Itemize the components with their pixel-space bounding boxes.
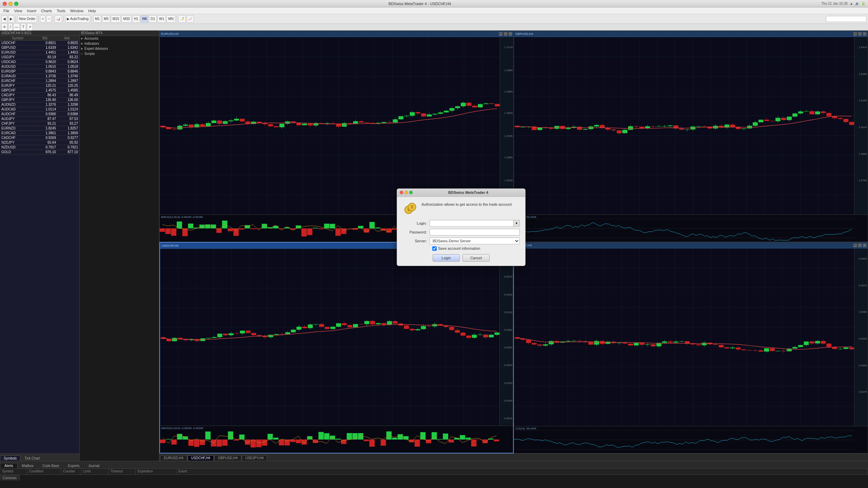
period-m30[interactable]: M30 [121, 15, 131, 23]
symbol-row[interactable]: EURAUD 1.3736 1.3740 [0, 74, 79, 79]
symbol-row[interactable]: NZDJPY 65.84 65.92 [0, 140, 79, 145]
symbol-row[interactable]: EURJPY 120.21 120.25 [0, 83, 79, 88]
chart-minimize-btn[interactable]: _ [853, 244, 857, 247]
chart-usdchf-body[interactable]: USDCHF,H4 0.9021 0.9025 0.9018 0.9019 0.… [160, 249, 513, 453]
tab-code-base[interactable]: Code Base [38, 463, 63, 468]
menu-insert[interactable]: Insert [25, 8, 38, 14]
search-input[interactable] [826, 16, 867, 22]
chart-usdchf[interactable]: USDCHF,H4 _ □ × USDCHF,H4 0.9021 0.9025 … [159, 242, 514, 453]
password-input[interactable] [430, 229, 520, 236]
nav-expert-advisors[interactable]: ▶ Expert Advisors [80, 46, 159, 51]
tab-journal[interactable]: Journal [84, 463, 104, 468]
symbol-row[interactable]: AUDUSD 1.0515 1.0518 [0, 64, 79, 69]
chart-maximize-btn[interactable]: □ [858, 244, 862, 247]
period-w1[interactable]: W1 [157, 15, 166, 23]
zoom-out-button[interactable]: − [46, 15, 52, 23]
server-select[interactable]: BDSwiss-Demo Server [430, 238, 520, 244]
symbol-row[interactable]: AUDCHF 0.9380 0.9388 [0, 112, 79, 117]
chart-type-button[interactable]: 📊 [55, 15, 62, 23]
symbol-row[interactable]: NZDUSD 0.7917 0.7921 [0, 145, 79, 150]
dialog-maximize-btn[interactable] [409, 191, 413, 194]
tab-experts[interactable]: Experts [64, 463, 84, 468]
dialog-close-btn[interactable] [400, 191, 403, 194]
maximize-button[interactable] [14, 2, 18, 6]
period-m1[interactable]: M1 [93, 15, 101, 23]
symbol-row[interactable]: EURCAD 1.3901 1.3909 [0, 131, 79, 136]
period-d1[interactable]: D1 [149, 15, 157, 23]
period-m5[interactable]: M5 [102, 15, 110, 23]
symbol-row[interactable]: CADCHF 0.9269 0.9277 [0, 136, 79, 140]
chart-close-btn[interactable]: × [863, 244, 866, 247]
text-button[interactable]: T [21, 23, 26, 31]
hline-button[interactable]: — [13, 23, 20, 31]
symbol-row[interactable]: GBPJPY 135.90 136.00 [0, 98, 79, 102]
chart-maximize-btn[interactable]: □ [504, 32, 507, 36]
nav-indicators[interactable]: ▶ Indicators [80, 41, 159, 46]
symbol-row[interactable]: USDCAD 0.9620 0.9624 [0, 60, 79, 64]
chart-tab-eurusd[interactable]: EURUSD,H4 [160, 455, 187, 461]
login-dropdown-btn[interactable]: ▼ [514, 220, 520, 227]
symbol-row[interactable]: GOLD 876.10 877.10 [0, 150, 79, 155]
nav-scripts[interactable]: ▷ Scripts [80, 51, 159, 56]
menu-tools[interactable]: Tools [55, 8, 67, 14]
menu-window[interactable]: Window [68, 8, 85, 14]
cancel-button[interactable]: Cancel [462, 254, 490, 262]
symbol-row[interactable]: EURNZD 1.8245 1.8257 [0, 126, 79, 131]
line-button[interactable]: / [8, 23, 13, 31]
template-button[interactable]: 📝 [178, 15, 186, 23]
symbol-row[interactable]: EURUSD 1.4451 1.4453 [0, 50, 79, 55]
symbol-row[interactable]: AUDJPY 87.47 87.53 [0, 117, 79, 121]
tab-mailbox[interactable]: Mailbox [18, 463, 38, 468]
symbol-row[interactable]: USDCHF 0.8921 0.8925 [0, 41, 79, 45]
login-input[interactable] [430, 220, 514, 227]
chart-close-btn[interactable]: × [509, 32, 512, 36]
symbol-row[interactable]: CADJPY 86.43 86.49 [0, 93, 79, 98]
chart-gbpusd-body[interactable]: GBPUSD,H4 1.6154 1.6171 1.6155 1.6165 1.… [514, 37, 868, 242]
tab-symbols[interactable]: Symbols [0, 455, 20, 461]
symbol-row[interactable]: CHFJPY 93.21 93.27 [0, 121, 79, 126]
chart-minimize-btn[interactable]: _ [853, 32, 857, 36]
menu-help[interactable]: Help [86, 8, 98, 14]
chart-usdjpy[interactable]: USDJPY,H4 _ □ × USDJPY,H4 97.08 97.91 97… [514, 242, 868, 453]
close-button[interactable] [3, 2, 7, 6]
menu-file[interactable]: File [1, 8, 12, 14]
crosshair-button[interactable]: ✛ [1, 23, 7, 31]
common-tab[interactable]: Common [0, 475, 20, 481]
chart-maximize-btn[interactable]: □ [858, 32, 862, 36]
autotrading-button[interactable]: ▶ AutoTrading [65, 15, 90, 23]
symbol-row[interactable]: USDJPY 83.19 83.22 [0, 55, 79, 60]
minimize-button[interactable] [8, 2, 13, 6]
login-button[interactable]: Login [433, 254, 460, 262]
save-checkbox[interactable] [432, 246, 437, 251]
chart-tab-usdchf[interactable]: USDCHF,H4 [188, 455, 214, 461]
symbol-row[interactable]: AUDCAD 1.0114 1.0124 [0, 107, 79, 112]
nav-accounts[interactable]: ▶ Accounts [80, 36, 159, 41]
window-controls[interactable] [3, 2, 18, 6]
tab-tick-chart[interactable]: Tick Chart [21, 455, 43, 461]
chart-minimize-btn[interactable]: _ [499, 32, 502, 36]
chart-close-btn[interactable]: × [863, 32, 866, 36]
dialog-minimize-btn[interactable] [405, 191, 408, 194]
symbol-row[interactable]: AUDNZD 1.3276 1.3298 [0, 102, 79, 107]
symbol-row[interactable]: EURCHF 1.2894 1.2897 [0, 79, 79, 83]
period-m15[interactable]: M15 [111, 15, 121, 23]
tab-alerts[interactable]: Alerts [0, 463, 18, 468]
chart-gbpusd[interactable]: GBPUSD,H4 _ □ × GBPUSD,H4 1.6154 1.6171 … [514, 30, 868, 242]
chart-usdjpy-body[interactable]: USDJPY,H4 97.08 97.91 97.01 97.05 0.9400… [514, 248, 868, 453]
chart-tab-gbpusd[interactable]: GBPUSD,H4 [214, 455, 241, 461]
symbol-row[interactable]: GBPCHF 1.4575 1.4585 [0, 88, 79, 93]
new-order-button[interactable]: New Order [17, 15, 37, 23]
menu-view[interactable]: View [12, 8, 24, 14]
symbol-row[interactable]: EURGBP 0.8843 0.8846 [0, 69, 79, 74]
zoom-in-button[interactable]: + [40, 15, 45, 23]
indicator-button[interactable]: 📈 [186, 15, 194, 23]
period-h1[interactable]: H1 [132, 15, 140, 23]
menu-charts[interactable]: Charts [39, 8, 54, 14]
period-mn[interactable]: MN [166, 15, 175, 23]
forward-button[interactable]: ▶ [8, 15, 14, 23]
period-h4[interactable]: H4 [141, 15, 149, 23]
symbol-row[interactable]: GBPUSD 1.6339 1.6342 [0, 45, 79, 50]
arrow-button[interactable]: ↗ [27, 23, 33, 31]
chart-tab-usdjpy[interactable]: USDJPY,H4 [242, 455, 268, 461]
back-button[interactable]: ◀ [1, 15, 7, 23]
